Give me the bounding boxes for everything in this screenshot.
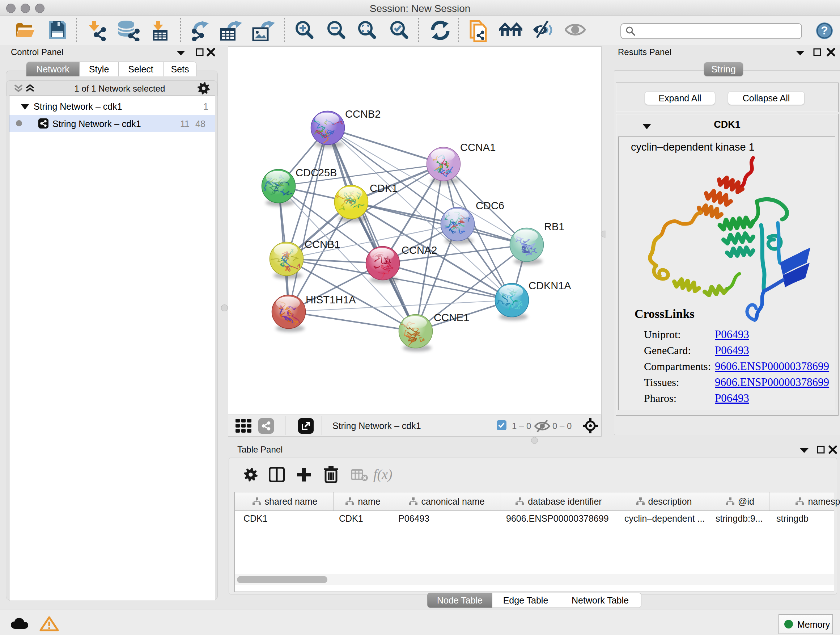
svg-text:RB1: RB1 xyxy=(544,221,564,233)
svg-text:CDC6: CDC6 xyxy=(476,200,504,211)
svg-text:CCNB2: CCNB2 xyxy=(345,108,381,120)
svg-text:?: ? xyxy=(821,24,828,37)
svg-text:CCNB1: CCNB1 xyxy=(305,239,340,250)
svg-text:CCNA1: CCNA1 xyxy=(460,141,496,153)
svg-text:CDKN1A: CDKN1A xyxy=(529,280,571,291)
svg-text:CCNA2: CCNA2 xyxy=(401,244,437,256)
svg-text:CDC25B: CDC25B xyxy=(295,167,337,179)
svg-text:CDK1: CDK1 xyxy=(370,182,398,194)
svg-text:HIST1H1A: HIST1H1A xyxy=(306,294,356,306)
svg-text:CCNE1: CCNE1 xyxy=(434,312,469,323)
